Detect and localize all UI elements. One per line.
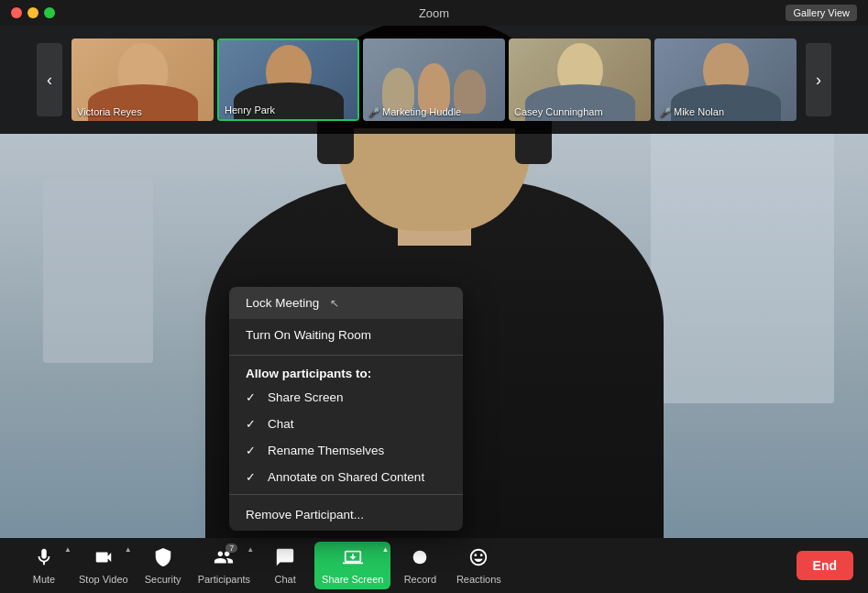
share-screen-button[interactable]: ▲ Share Screen [314,542,390,589]
gallery-label-henry: Henry Park [225,104,275,115]
titlebar: Zoom Gallery View [0,0,868,26]
menu-divider-1 [229,355,463,356]
check-icon-annotate: ✓ [246,470,260,484]
remove-participant-item[interactable]: Remove Participant... [229,499,463,531]
waiting-room-item[interactable]: Turn On Waiting Room [229,319,463,351]
mute-chevron: ▲ [64,545,71,554]
gallery-prev-button[interactable]: ‹ [37,43,62,116]
check-icon-rename: ✓ [246,444,260,457]
gallery-next-button[interactable]: › [806,43,831,116]
chat-label-menu: Chat [268,417,294,431]
window-title: Zoom [419,6,449,20]
lock-meeting-item[interactable]: Lock Meeting ↖ [229,287,463,319]
mic-off-icon: 🎤 [368,107,379,117]
security-button[interactable]: Security [134,542,192,589]
gallery-items: Victoria Reyes Henry Park � [66,38,802,121]
mic-off-icon-mike: 🎤 [660,107,671,117]
security-icon [153,547,173,572]
rename-label: Rename Themselves [268,444,384,457]
participants-chevron: ▲ [247,545,254,554]
participants-icon: 7 [214,547,234,572]
chat-item[interactable]: ✓ Chat [229,411,463,437]
participant-count-badge: 7 [225,544,237,553]
security-label: Security [145,574,181,585]
security-menu: Lock Meeting ↖ Turn On Waiting Room Allo… [229,287,463,531]
video-icon [93,547,114,572]
waiting-room-label: Turn On Waiting Room [246,328,371,342]
gallery-label-victoria: Victoria Reyes [77,106,142,117]
record-icon [410,547,430,572]
check-icon-share: ✓ [246,390,260,404]
cursor-arrow: ↖ [330,297,339,310]
maximize-button[interactable] [44,7,55,18]
mute-icon [34,547,54,572]
record-button[interactable]: Record [390,542,449,589]
rename-item[interactable]: ✓ Rename Themselves [229,437,463,464]
annotate-label: Annotate on Shared Content [268,470,424,484]
close-button[interactable] [11,7,22,18]
gallery-item-mike[interactable]: 🎤 Mike Nolan [654,38,797,121]
mute-button[interactable]: ▲ Mute [15,542,73,589]
traffic-lights [11,7,55,18]
gallery-label-marketing: 🎤 Marketing Huddle [368,106,461,117]
gallery-strip: ‹ Victoria Reyes Henry Park [0,26,868,134]
stop-video-button[interactable]: ▲ Stop Video [73,542,134,589]
annotate-item[interactable]: ✓ Annotate on Shared Content [229,464,463,490]
toolbar: ▲ Mute ▲ Stop Video Security ▲ [0,538,868,593]
chat-button[interactable]: Chat [256,542,314,589]
gallery-item-marketing[interactable]: 🎤 Marketing Huddle [363,38,505,121]
gallery-view-button[interactable]: Gallery View [786,5,857,21]
chat-label: Chat [274,574,295,585]
reactions-label: Reactions [456,574,501,585]
share-screen-item[interactable]: ✓ Share Screen [229,384,463,411]
chat-icon [275,547,295,572]
menu-divider-2 [229,494,463,495]
gallery-label-casey: Casey Cunningham [514,106,603,117]
video-chevron: ▲ [125,545,132,554]
svg-point-0 [413,550,427,564]
reactions-button[interactable]: Reactions [449,542,508,589]
gallery-item-casey[interactable]: Casey Cunningham [509,38,651,121]
gallery-item-henry[interactable]: Henry Park [217,38,359,121]
share-chevron: ▲ [381,545,389,554]
remove-participant-label: Remove Participant... [246,508,364,522]
stop-video-label: Stop Video [79,574,128,585]
share-screen-icon [343,547,363,572]
record-label: Record [404,574,436,585]
participants-button[interactable]: ▲ 7 Participants [192,542,256,589]
gallery-label-mike: 🎤 Mike Nolan [660,106,724,117]
participants-label: Participants [198,574,250,585]
check-icon-chat: ✓ [246,417,260,431]
reactions-icon [468,547,489,572]
minimize-button[interactable] [27,7,38,18]
end-button[interactable]: End [797,551,853,580]
share-screen-label: Share Screen [322,574,383,585]
gallery-item-victoria[interactable]: Victoria Reyes [71,38,214,121]
lock-meeting-label: Lock Meeting [246,296,319,310]
mute-label: Mute [33,574,55,585]
share-screen-label: Share Screen [268,390,344,404]
allow-participants-title: Allow participants to: [229,359,463,384]
